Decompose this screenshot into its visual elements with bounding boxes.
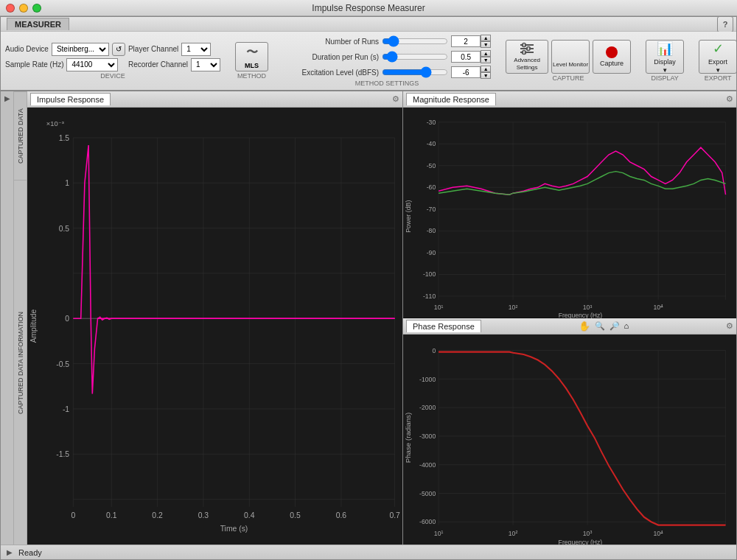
svg-text:0.6: 0.6: [336, 511, 347, 519]
method-settings-label: METHOD SETTINGS: [355, 80, 419, 87]
svg-text:Power (dB): Power (dB): [405, 200, 412, 232]
minimize-button[interactable]: [19, 4, 28, 13]
excitation-up[interactable]: ▲: [481, 66, 491, 72]
magnitude-response-gear[interactable]: ⚙: [726, 94, 733, 104]
content-area: ▶ CAPTURED DATA CAPTURED DATA INFORMATIO…: [1, 91, 736, 545]
svg-point-5: [528, 48, 529, 49]
phase-response-panel: Phase Response ✋ 🔍 🔎 ⌂ ⚙: [403, 318, 736, 545]
duration-slider[interactable]: [382, 52, 448, 62]
svg-text:-1000: -1000: [419, 375, 436, 383]
impulse-response-tab[interactable]: Impulse Response: [30, 93, 111, 105]
num-runs-slider[interactable]: [382, 36, 448, 46]
zoom-out-icon[interactable]: 🔎: [608, 321, 621, 331]
svg-text:0: 0: [432, 346, 436, 354]
recorder-channel-select[interactable]: 1: [191, 58, 220, 71]
status-bar: ▶ Ready: [1, 545, 736, 559]
level-icon: [562, 46, 579, 60]
window-controls: [6, 4, 41, 13]
display-group: 📊 Display ▼ DISPLAY: [646, 40, 684, 82]
close-button[interactable]: [6, 4, 15, 13]
magnitude-response-canvas: -30 -40 -50 -60 -70 -80 -90 -100 -110: [403, 108, 736, 318]
phase-svg: 0 -1000 -2000 -3000 -4000 -5000 -6000 Ph…: [403, 335, 736, 545]
player-channel-select[interactable]: 1: [181, 43, 211, 56]
captured-data-label: CAPTURED DATA: [14, 91, 27, 180]
svg-point-8: [523, 52, 525, 53]
excitation-slider[interactable]: [382, 67, 448, 77]
right-plots: Magnitude Response ⚙: [403, 91, 736, 545]
level-monitor-label: Level Monitor: [553, 61, 588, 69]
method-group: 〜 MLS METHOD: [235, 42, 268, 80]
help-button[interactable]: ?: [717, 16, 733, 32]
mls-button[interactable]: 〜 MLS: [235, 42, 268, 71]
sample-rate-label: Sample Rate (Hz): [5, 60, 63, 69]
toolbar-main: Audio Device Steinberg... ↺ Sample Rate …: [1, 32, 736, 91]
level-monitor-button[interactable]: Level Monitor: [551, 40, 590, 74]
svg-text:-1: -1: [63, 405, 70, 413]
advanced-settings-button[interactable]: Advanced Settings: [506, 40, 548, 74]
svg-text:10³: 10³: [583, 529, 593, 537]
svg-text:0.5: 0.5: [59, 225, 70, 233]
svg-text:1: 1: [65, 179, 69, 187]
svg-text:10²: 10²: [509, 304, 518, 311]
num-runs-label: Number of Runs: [283, 38, 379, 46]
svg-text:10¹: 10¹: [434, 529, 444, 537]
capture-button[interactable]: Capture: [593, 40, 631, 74]
status-text: Ready: [18, 548, 42, 557]
duration-spinner: ▲ ▼: [481, 50, 491, 63]
export-label: Export: [708, 58, 727, 66]
export-group-label: EXPORT: [705, 74, 732, 82]
pan-icon[interactable]: ✋: [577, 321, 592, 332]
phase-response-gear[interactable]: ⚙: [726, 321, 733, 331]
home-icon[interactable]: ⌂: [623, 321, 631, 330]
magnitude-svg: -30 -40 -50 -60 -70 -80 -90 -100 -110: [403, 108, 736, 318]
method-group-label: METHOD: [237, 72, 266, 80]
maximize-button[interactable]: [32, 4, 41, 13]
svg-text:-3000: -3000: [419, 432, 436, 440]
audio-device-select[interactable]: Steinberg...: [52, 43, 109, 56]
svg-text:Amplitude: Amplitude: [29, 309, 38, 343]
excitation-spinner: ▲ ▼: [481, 66, 491, 79]
excitation-down[interactable]: ▼: [481, 72, 491, 79]
display-button[interactable]: 📊 Display ▼: [646, 40, 684, 74]
window-title: Impulse Response Measurer: [312, 3, 425, 13]
magnitude-response-tab[interactable]: Magnitude Response: [406, 93, 496, 105]
svg-text:Time (s): Time (s): [220, 525, 248, 533]
svg-text:-30: -30: [427, 119, 436, 126]
export-group: ✓ Export ▼ EXPORT: [699, 40, 737, 82]
impulse-response-header: Impulse Response ⚙: [27, 91, 402, 108]
num-runs-up[interactable]: ▲: [481, 35, 491, 41]
refresh-button[interactable]: ↺: [112, 43, 125, 56]
svg-text:-5000: -5000: [419, 489, 436, 497]
display-dropdown-icon: ▼: [662, 67, 668, 74]
svg-text:-110: -110: [423, 293, 436, 300]
svg-rect-76: [403, 335, 736, 545]
mls-wave-icon: 〜: [246, 45, 258, 60]
captured-data-info-label: CAPTURED DATA INFORMATION: [14, 180, 27, 545]
sample-rate-select[interactable]: 44100: [66, 58, 118, 71]
zoom-in-icon[interactable]: 🔍: [593, 321, 607, 331]
magnitude-response-header: Magnitude Response ⚙: [403, 91, 736, 108]
phase-response-tab[interactable]: Phase Response: [406, 320, 481, 332]
svg-text:-2000: -2000: [419, 403, 436, 411]
device-controls: Audio Device Steinberg... ↺ Sample Rate …: [5, 43, 125, 71]
duration-label: Duration per Run (s): [283, 53, 379, 61]
export-button[interactable]: ✓ Export ▼: [699, 40, 737, 74]
num-runs-down[interactable]: ▼: [481, 41, 491, 48]
svg-text:-4000: -4000: [419, 461, 436, 469]
svg-text:0.7: 0.7: [389, 511, 400, 519]
recorder-channel-label: Recorder Channel: [128, 60, 188, 69]
excitation-label: Excitation Level (dBFS): [283, 69, 379, 77]
excitation-value: -6: [451, 66, 481, 78]
method-settings-controls: Number of Runs 2 ▲ ▼ Duration per Run (s…: [283, 35, 491, 79]
svg-text:10⁴: 10⁴: [653, 304, 663, 311]
svg-text:0.3: 0.3: [198, 511, 209, 519]
magnitude-response-panel: Magnitude Response ⚙: [403, 91, 736, 318]
impulse-response-canvas: 1.5 1 0.5 ×10⁻³ 0 -0.5 -1 -1.5 Amplitude: [27, 108, 402, 545]
duration-down[interactable]: ▼: [481, 57, 491, 63]
duration-up[interactable]: ▲: [481, 50, 491, 57]
display-label: Display: [654, 58, 676, 66]
impulse-response-panel: Impulse Response ⚙: [27, 91, 403, 545]
measurer-tab[interactable]: MEASURER: [7, 18, 69, 30]
svg-text:Frequency (Hz): Frequency (Hz): [559, 312, 603, 318]
impulse-response-gear[interactable]: ⚙: [392, 94, 399, 104]
